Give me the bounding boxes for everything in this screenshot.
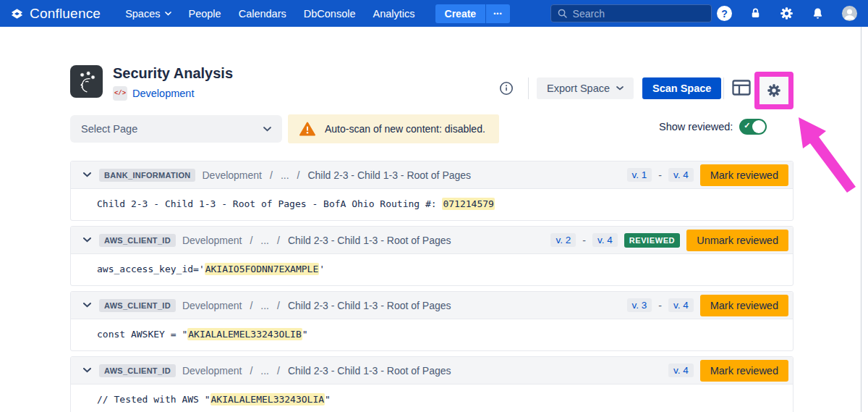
version-from-badge[interactable]: v. 4 [668, 363, 694, 377]
finding-type-badge: AWS_CLIENT_ID [99, 234, 176, 247]
gear-icon[interactable] [779, 6, 794, 21]
mark-reviewed-button[interactable]: Mark reviewed [700, 164, 788, 186]
version-range-dash: - [582, 235, 586, 246]
finding-header[interactable]: AWS_CLIENT_ID Development / ... / Child … [71, 357, 793, 384]
scan-space-button[interactable]: Scan Space [642, 77, 721, 99]
mark-reviewed-button[interactable]: Mark reviewed [700, 295, 788, 316]
sidebar-layout-icon[interactable] [732, 80, 751, 98]
select-page-dropdown[interactable]: Select Page [70, 115, 282, 143]
finding-row: AWS_CLIENT_ID Development / ... / Child … [70, 356, 793, 412]
breadcrumb-space[interactable]: Development [182, 365, 242, 377]
reviewed-badge: REVIEWED [624, 233, 680, 248]
gear-icon[interactable] [766, 83, 782, 98]
finding-row: AWS_CLIENT_ID Development / ... / Child … [70, 226, 793, 286]
code-highlight: 071214579 [442, 198, 494, 210]
nav-item-analytics[interactable]: Analytics [365, 8, 424, 20]
create-button[interactable]: Create [435, 4, 486, 23]
create-overflow-button[interactable]: ••• [485, 4, 509, 23]
nav-item-calendars[interactable]: Calendars [230, 8, 295, 20]
warning-text: Auto-scan of new content: disabled. [325, 123, 485, 135]
finding-type-badge: BANK_INFORMATION [99, 169, 195, 182]
finding-snippet: const AWSKEY = "AKIALALEMEL33243OLIB" [71, 319, 793, 350]
show-reviewed-toggle[interactable]: ✓ [739, 119, 767, 135]
search-box[interactable] [550, 4, 712, 22]
export-space-button[interactable]: Export Space [537, 77, 634, 99]
select-page-label: Select Page [81, 123, 137, 135]
breadcrumb-ellipsis[interactable]: ... [260, 235, 269, 246]
code-text: const AWSKEY = " [97, 329, 187, 340]
finding-header[interactable]: AWS_CLIENT_ID Development / ... / Child … [71, 227, 793, 254]
breadcrumb-ellipsis[interactable]: ... [260, 365, 269, 377]
breadcrumb-separator: / [296, 169, 302, 181]
show-reviewed-label: Show reviewed: [659, 121, 733, 133]
toggle-knob [752, 120, 765, 133]
space-link[interactable]: Development [132, 88, 194, 99]
code-text: " [302, 329, 308, 340]
breadcrumb-ellipsis[interactable]: ... [281, 169, 289, 181]
page-title: Security Analysis [113, 65, 233, 82]
finding-row: AWS_CLIENT_ID Development / ... / Child … [70, 291, 793, 351]
confluence-mark-icon [10, 7, 24, 20]
nav-item-dbconsole[interactable]: DbConsole [295, 8, 365, 20]
breadcrumb-separator: / [248, 365, 254, 377]
version-to-badge[interactable]: v. 4 [668, 168, 694, 182]
brand-name: Confluence [30, 6, 101, 22]
version-from-badge[interactable]: v. 3 [627, 298, 652, 312]
code-highlight: AKIALALEMEL33243OLIA [210, 393, 326, 405]
code-text: ' [319, 264, 325, 274]
space-avatar[interactable] [70, 65, 103, 98]
help-icon[interactable]: ? [717, 6, 732, 21]
breadcrumb-page[interactable]: Child 2-3 - Child 1-3 - Root of Pages [288, 365, 451, 377]
chevron-down-icon[interactable] [82, 366, 93, 374]
chevron-down-icon[interactable] [82, 171, 93, 179]
nav-item-spaces[interactable]: Spaces [116, 8, 179, 20]
info-icon[interactable] [499, 81, 514, 98]
code-highlight: AKIALALEMEL33243OLIB [187, 328, 302, 340]
breadcrumb-separator: / [268, 169, 274, 181]
page-edge-divider [861, 27, 861, 412]
chevron-down-icon [165, 12, 171, 16]
confluence-logo[interactable]: Confluence [10, 6, 101, 22]
user-avatar[interactable] [841, 5, 858, 22]
annotation-arrow [799, 117, 856, 193]
breadcrumb-space[interactable]: Development [202, 169, 262, 181]
search-input[interactable] [573, 8, 705, 20]
breadcrumb-space[interactable]: Development [182, 235, 242, 246]
code-text: // Tested with AWS " [97, 394, 210, 405]
finding-header[interactable]: AWS_CLIENT_ID Development / ... / Child … [71, 292, 793, 319]
unmark-reviewed-button[interactable]: Unmark reviewed [686, 230, 788, 251]
version-to-badge[interactable]: v. 4 [592, 233, 618, 247]
space-header: Security Analysis </> Development [70, 65, 233, 101]
space-settings-gear-highlight[interactable] [754, 72, 793, 109]
breadcrumb-space[interactable]: Development [182, 300, 242, 311]
version-to-badge[interactable]: v. 4 [668, 298, 694, 312]
check-icon: ✓ [744, 121, 750, 130]
search-icon [557, 8, 568, 19]
divider [528, 77, 529, 99]
mark-reviewed-button[interactable]: Mark reviewed [700, 360, 788, 382]
code-highlight: AKIAIO5FODNN7EXAMPLE [205, 263, 320, 275]
breadcrumb-separator: / [248, 300, 254, 311]
warning-icon [299, 122, 315, 136]
divider [723, 77, 724, 99]
breadcrumb-separator: / [276, 235, 281, 246]
autoscan-warning-banner: Auto-scan of new content: disabled. [288, 114, 499, 143]
breadcrumb-separator: / [276, 365, 281, 377]
finding-header[interactable]: BANK_INFORMATION Development / ... / Chi… [71, 161, 793, 189]
breadcrumb-page[interactable]: Child 2-3 - Child 1-3 - Root of Pages [288, 300, 451, 311]
breadcrumb-ellipsis[interactable]: ... [260, 300, 269, 311]
breadcrumb-separator: / [276, 300, 281, 311]
finding-type-badge: AWS_CLIENT_ID [99, 364, 176, 377]
breadcrumb-page[interactable]: Child 2-3 - Child 1-3 - Root of Pages [307, 169, 471, 181]
breadcrumb-page[interactable]: Child 2-3 - Child 1-3 - Root of Pages [288, 235, 451, 246]
code-text: " [325, 394, 331, 405]
bell-icon[interactable] [811, 7, 825, 20]
version-from-badge[interactable]: v. 2 [550, 233, 576, 247]
version-from-badge[interactable]: v. 1 [627, 168, 652, 182]
chevron-down-icon[interactable] [82, 301, 93, 309]
version-range-dash: - [658, 300, 662, 311]
chevron-down-icon[interactable] [82, 236, 93, 244]
version-range-dash: - [658, 169, 662, 181]
nav-item-people[interactable]: People [180, 8, 230, 20]
lock-icon[interactable] [749, 7, 762, 20]
